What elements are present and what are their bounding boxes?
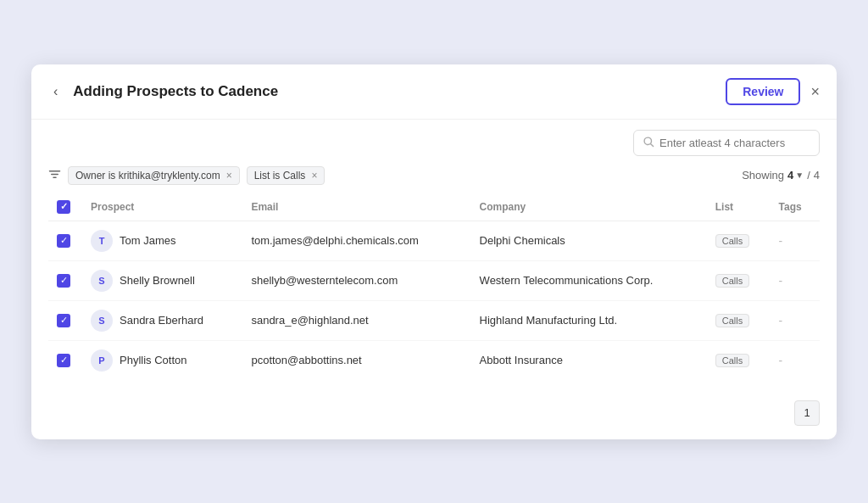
row-prospect-2: S Sandra Eberhard bbox=[82, 300, 242, 340]
header-list: List bbox=[707, 193, 771, 221]
header-email: Email bbox=[242, 193, 470, 221]
modal-container: ‹ Adding Prospects to Cadence Review × bbox=[31, 64, 837, 439]
modal-title: Adding Prospects to Cadence bbox=[73, 83, 278, 100]
showing-count-value: 4 bbox=[787, 169, 793, 182]
row-checkbox-3[interactable]: ✓ bbox=[57, 354, 70, 367]
row-company-1: Western Telecommunications Corp. bbox=[471, 260, 707, 300]
prospect-name-1: Shelly Brownell bbox=[120, 274, 195, 287]
row-list-2: Calls bbox=[707, 300, 771, 340]
table-body: ✓ T Tom James tom.james@delphi.chemicals… bbox=[48, 221, 820, 380]
row-list-3: Calls bbox=[707, 340, 771, 380]
row-prospect-1: S Shelly Brownell bbox=[82, 260, 242, 300]
filter-tag-list-label: List is Calls bbox=[254, 170, 306, 182]
prospect-avatar-3: P bbox=[91, 349, 113, 372]
checkmark-icon: ✓ bbox=[60, 276, 68, 285]
list-badge-2: Calls bbox=[715, 314, 749, 327]
count-dropdown-arrow: ▼ bbox=[795, 170, 804, 180]
modal-header: ‹ Adding Prospects to Cadence Review × bbox=[31, 64, 837, 120]
list-badge-1: Calls bbox=[715, 274, 749, 288]
row-checkbox-1[interactable]: ✓ bbox=[57, 274, 70, 288]
select-all-checkbox[interactable]: ✓ bbox=[57, 200, 70, 214]
search-row bbox=[31, 120, 837, 161]
header-left: ‹ Adding Prospects to Cadence bbox=[48, 82, 278, 101]
row-company-3: Abbott Insurance bbox=[471, 340, 707, 380]
header-prospect: Prospect bbox=[82, 193, 242, 221]
row-checkbox-2[interactable]: ✓ bbox=[57, 314, 70, 327]
row-email-2: sandra_e@highland.net bbox=[242, 300, 470, 340]
header-company: Company bbox=[471, 193, 707, 221]
row-prospect-0: T Tom James bbox=[82, 221, 242, 260]
row-checkbox-cell: ✓ bbox=[48, 221, 82, 260]
showing-total: 4 bbox=[814, 169, 820, 182]
header-tags: Tags bbox=[771, 193, 820, 221]
list-badge-0: Calls bbox=[715, 234, 749, 248]
row-email-1: shellyb@westerntelecom.com bbox=[242, 260, 470, 300]
table-wrapper: ✓ Prospect Email Company List Tags ✓ bbox=[31, 193, 837, 394]
filter-tag-list-remove[interactable]: × bbox=[311, 170, 317, 182]
header-checkbox-cell: ✓ bbox=[48, 193, 82, 221]
filter-tag-owner-remove[interactable]: × bbox=[226, 170, 232, 182]
table-header-row: ✓ Prospect Email Company List Tags bbox=[48, 193, 820, 221]
prospect-avatar-1: S bbox=[91, 270, 113, 292]
filter-tag-list[interactable]: List is Calls × bbox=[247, 166, 326, 185]
header-right: Review × bbox=[726, 78, 820, 105]
row-checkbox-0[interactable]: ✓ bbox=[57, 234, 70, 248]
row-checkbox-cell: ✓ bbox=[48, 300, 82, 340]
filter-row: Owner is krithika@tryklenty.com × List i… bbox=[31, 161, 837, 193]
prospect-name-2: Sandra Eberhard bbox=[120, 314, 203, 327]
row-prospect-3: P Phyllis Cotton bbox=[82, 340, 242, 380]
row-email-0: tom.james@delphi.chemicals.com bbox=[242, 221, 470, 260]
back-button[interactable]: ‹ bbox=[48, 82, 63, 101]
review-button[interactable]: Review bbox=[726, 78, 800, 105]
filter-icon bbox=[48, 168, 61, 183]
row-tags-0: - bbox=[771, 221, 820, 260]
checkmark-icon: ✓ bbox=[60, 355, 68, 365]
checkmark-icon: ✓ bbox=[60, 236, 68, 245]
page-1-button[interactable]: 1 bbox=[794, 400, 820, 426]
filter-tags: Owner is krithika@tryklenty.com × List i… bbox=[48, 166, 325, 185]
table-row: ✓ S Sandra Eberhard sandra_e@highland.ne… bbox=[48, 300, 820, 340]
prospect-name-3: Phyllis Cotton bbox=[120, 354, 186, 366]
prospect-name-0: Tom James bbox=[120, 234, 175, 247]
filter-tag-owner[interactable]: Owner is krithika@tryklenty.com × bbox=[68, 166, 240, 185]
showing-count-dropdown[interactable]: 4 ▼ bbox=[787, 169, 804, 182]
row-list-0: Calls bbox=[707, 221, 771, 260]
row-tags-2: - bbox=[771, 300, 820, 340]
row-company-2: Highland Manufacturing Ltd. bbox=[471, 300, 707, 340]
checkmark-icon: ✓ bbox=[60, 202, 68, 211]
search-input[interactable] bbox=[659, 137, 810, 149]
row-tags-3: - bbox=[771, 340, 820, 380]
list-badge-3: Calls bbox=[715, 354, 749, 367]
row-list-1: Calls bbox=[707, 260, 771, 300]
row-checkbox-cell: ✓ bbox=[48, 340, 82, 380]
prospect-avatar-0: T bbox=[91, 230, 113, 252]
close-button[interactable]: × bbox=[810, 84, 820, 99]
search-box bbox=[633, 130, 820, 156]
row-email-3: pcotton@abbottins.net bbox=[242, 340, 470, 380]
prospects-table: ✓ Prospect Email Company List Tags ✓ bbox=[48, 193, 820, 380]
pagination-row: 1 bbox=[31, 394, 837, 439]
filter-tag-owner-label: Owner is krithika@tryklenty.com bbox=[75, 170, 220, 182]
row-checkbox-cell: ✓ bbox=[48, 260, 82, 300]
table-row: ✓ P Phyllis Cotton pcotton@abbottins.net… bbox=[48, 340, 820, 380]
search-icon bbox=[643, 136, 654, 150]
row-company-0: Delphi Chemicals bbox=[471, 221, 707, 260]
checkmark-icon: ✓ bbox=[60, 316, 68, 325]
showing-label: Showing bbox=[742, 169, 784, 182]
row-tags-1: - bbox=[771, 260, 820, 300]
showing-separator: / bbox=[807, 169, 810, 182]
showing-info: Showing 4 ▼ / 4 bbox=[742, 169, 820, 182]
table-row: ✓ T Tom James tom.james@delphi.chemicals… bbox=[48, 221, 820, 260]
svg-line-1 bbox=[650, 143, 653, 146]
table-row: ✓ S Shelly Brownell shellyb@westerntelec… bbox=[48, 260, 820, 300]
prospect-avatar-2: S bbox=[91, 310, 113, 332]
